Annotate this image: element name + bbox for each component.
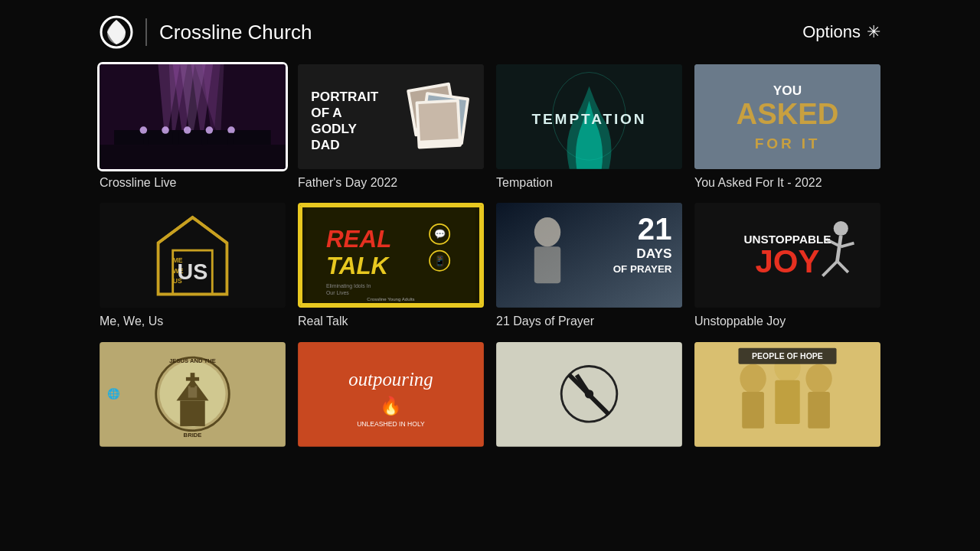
21-days-image: 21 DAYS OF PRAYER: [496, 203, 682, 308]
thumb-as-one: [496, 342, 682, 447]
svg-text:Our Lives: Our Lives: [326, 291, 349, 296]
svg-text:JOY: JOY: [755, 243, 819, 279]
card-fathers-day[interactable]: PORTRAIT OF A GODLY DAD photo: [298, 64, 484, 191]
svg-rect-16: [143, 134, 149, 145]
svg-text:YOU: YOU: [773, 83, 802, 98]
card-label-crossline-live: Crossline Live: [100, 176, 176, 189]
svg-text:21: 21: [638, 212, 672, 246]
svg-text:US: US: [178, 260, 208, 285]
svg-rect-58: [534, 247, 560, 284]
card-label-fathers-day: Father's Day 2022: [298, 176, 397, 189]
real-talk-image: REAL TALK Eliminating Idols In Our Lives…: [300, 205, 482, 305]
thumb-people-of-hope: PEOPLE OF HOPE: [694, 342, 880, 447]
svg-point-15: [227, 126, 235, 134]
svg-text:💬: 💬: [434, 229, 446, 241]
thumb-me-we-us: ME WE US US: [100, 203, 286, 308]
card-label-you-asked-for-it: You Asked For It - 2022: [694, 176, 822, 189]
content-grid-container: Crossline Live PORTRAIT OF A GODLY DAD: [0, 64, 980, 453]
svg-rect-10: [114, 130, 271, 145]
thumb-temptation: TEMPTATION: [496, 64, 682, 169]
svg-rect-78: [186, 377, 199, 381]
header: Crossline Church Options ✳: [0, 0, 980, 64]
options-icon: ✳: [867, 22, 880, 42]
svg-rect-31: [418, 102, 458, 140]
svg-point-13: [184, 126, 191, 134]
content-grid: Crossline Live PORTRAIT OF A GODLY DAD: [100, 64, 880, 453]
thumb-unstoppable-joy: UNSTOPPABLE JOY: [694, 203, 880, 308]
header-left: Crossline Church: [100, 15, 312, 49]
svg-text:FOR IT: FOR IT: [755, 135, 821, 152]
card-unstoppable-joy[interactable]: UNSTOPPABLE JOY Unstoppable Joy: [694, 203, 880, 329]
svg-text:JESUS AND THE: JESUS AND THE: [169, 357, 216, 364]
temptation-image: TEMPTATION: [496, 64, 682, 169]
svg-point-95: [805, 364, 831, 393]
svg-rect-19: [227, 133, 234, 145]
header-divider: [145, 18, 147, 46]
svg-text:BRIDE: BRIDE: [184, 432, 202, 439]
svg-point-57: [534, 218, 560, 247]
card-real-talk[interactable]: REAL TALK Eliminating Idols In Our Lives…: [298, 203, 484, 329]
svg-point-12: [162, 126, 169, 134]
card-label-real-talk: Real Talk: [298, 315, 348, 328]
svg-point-90: [585, 390, 593, 398]
thumb-crossline-live: [100, 64, 286, 169]
svg-text:Eliminating Idols In: Eliminating Idols In: [326, 283, 371, 289]
thumb-you-asked-for-it: YOU ASKED FOR IT: [694, 64, 880, 169]
card-as-one[interactable]: [496, 342, 682, 453]
svg-rect-18: [202, 134, 208, 145]
thumb-outpouring: outpouring 🔥 UNLEASHED IN HOLY: [298, 342, 484, 447]
svg-rect-76: [188, 386, 197, 397]
svg-text:🔥: 🔥: [380, 395, 402, 416]
crossline-live-image: [100, 64, 286, 169]
card-label-unstoppable-joy: Unstoppable Joy: [694, 315, 786, 328]
svg-text:PORTRAIT: PORTRAIT: [311, 89, 378, 104]
svg-text:OF PRAYER: OF PRAYER: [613, 263, 672, 275]
svg-rect-94: [742, 392, 764, 429]
card-crossline-live[interactable]: Crossline Live: [100, 64, 286, 191]
app-logo: [100, 15, 133, 49]
options-button[interactable]: Options ✳: [802, 22, 880, 42]
thumb-21-days: 21 DAYS OF PRAYER: [496, 203, 682, 308]
me-we-us-image: ME WE US US: [100, 203, 286, 308]
svg-text:DAYS: DAYS: [636, 246, 671, 261]
svg-text:UNLEASHED IN HOLY: UNLEASHED IN HOLY: [357, 420, 425, 428]
svg-text:outpouring: outpouring: [348, 369, 433, 390]
svg-text:OF A: OF A: [311, 105, 341, 120]
svg-rect-96: [808, 392, 830, 429]
svg-point-93: [740, 364, 766, 393]
options-label: Options: [802, 22, 861, 42]
card-temptation[interactable]: TEMPTATION Tempation: [496, 64, 682, 191]
svg-text:📱: 📱: [434, 256, 446, 268]
card-label-temptation: Tempation: [496, 176, 553, 189]
svg-text:REAL: REAL: [326, 227, 391, 253]
card-people-of-hope[interactable]: PEOPLE OF HOPE: [694, 342, 880, 453]
svg-text:TEMPTATION: TEMPTATION: [531, 111, 646, 127]
svg-text:Crossline Young Adults: Crossline Young Adults: [367, 297, 414, 302]
svg-text:TALK: TALK: [326, 253, 390, 280]
svg-rect-2: [100, 145, 286, 169]
svg-point-14: [206, 126, 214, 134]
card-jesus-and-bride[interactable]: JESUS AND THE BRIDE 🌐: [100, 342, 286, 453]
app-title: Crossline Church: [159, 21, 312, 44]
card-21-days[interactable]: 21 DAYS OF PRAYER 21 Days of Prayer: [496, 203, 682, 329]
svg-point-63: [834, 221, 848, 236]
thumb-real-talk: REAL TALK Eliminating Idols In Our Lives…: [298, 203, 484, 308]
svg-text:PEOPLE OF HOPE: PEOPLE OF HOPE: [752, 351, 823, 360]
svg-text:🌐: 🌐: [107, 387, 120, 400]
card-me-we-us[interactable]: ME WE US US Me, We, Us: [100, 203, 286, 329]
svg-rect-74: [180, 400, 204, 425]
svg-text:DAD: DAD: [311, 137, 339, 152]
svg-point-11: [140, 126, 148, 134]
svg-rect-98: [775, 380, 799, 424]
svg-rect-17: [173, 132, 179, 145]
thumb-jesus-and-bride: JESUS AND THE BRIDE 🌐: [100, 342, 286, 447]
unstoppable-joy-image: UNSTOPPABLE JOY: [694, 203, 880, 308]
card-you-asked-for-it[interactable]: YOU ASKED FOR IT You Asked For It - 2022: [694, 64, 880, 191]
you-asked-image: YOU ASKED FOR IT: [694, 64, 880, 169]
card-outpouring[interactable]: outpouring 🔥 UNLEASHED IN HOLY: [298, 342, 484, 453]
fathers-day-image: PORTRAIT OF A GODLY DAD photo: [298, 64, 484, 169]
card-label-21-days: 21 Days of Prayer: [496, 315, 594, 328]
card-label-me-we-us: Me, We, Us: [100, 315, 163, 328]
thumb-fathers-day: PORTRAIT OF A GODLY DAD photo: [298, 64, 484, 169]
svg-text:ASKED: ASKED: [737, 97, 839, 130]
